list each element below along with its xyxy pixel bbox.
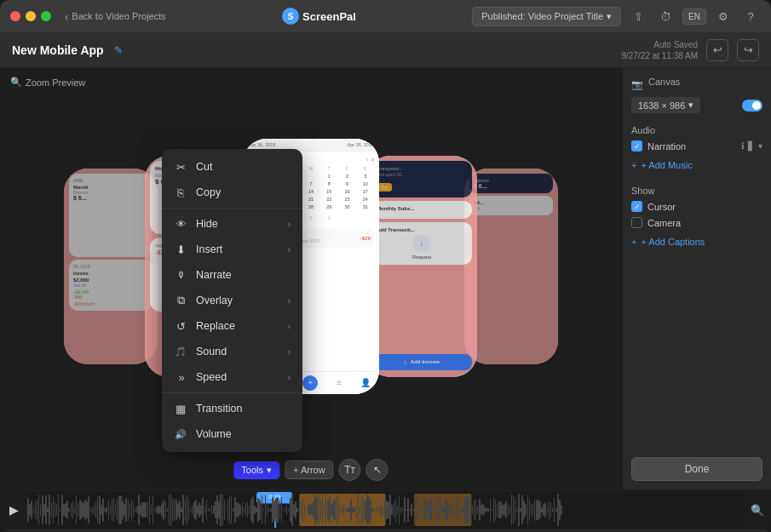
plus-captions-icon: +: [631, 237, 636, 247]
narration-icons: ℹ ▋ ▾: [741, 141, 762, 151]
text-tool-button[interactable]: Tт: [339, 459, 361, 481]
add-music-button[interactable]: + + Add Music: [631, 157, 762, 174]
replace-icon: ↺: [174, 319, 187, 333]
maximize-button[interactable]: [41, 11, 51, 21]
svg-rect-0: [300, 494, 386, 526]
ctx-hide-label: Hide: [196, 218, 279, 230]
help-icon-btn[interactable]: ?: [740, 6, 761, 26]
ctx-replace-label: Replace: [196, 320, 279, 332]
cursor-show-item: ✓ Cursor: [631, 201, 762, 212]
context-menu-transition[interactable]: ▦ Transition: [162, 396, 302, 421]
context-menu-volume[interactable]: 🔊 Volume: [162, 421, 302, 447]
redo-button[interactable]: ↪: [737, 39, 759, 61]
close-button[interactable]: [10, 11, 20, 21]
context-menu-insert[interactable]: ⬇ Insert ›: [162, 237, 302, 262]
ctx-overlay-label: Overlay: [196, 295, 279, 306]
narration-item: ✓ Narration ℹ ▋ ▾: [631, 140, 762, 152]
play-button[interactable]: ▶: [3, 500, 24, 520]
phones-container: VISA Mandi Balance $ 6... 26, 2019 Incom…: [0, 85, 622, 447]
zoom-text: Zoom Preview: [26, 77, 85, 88]
lang-label: EN: [688, 12, 700, 21]
context-menu-overlay[interactable]: ⧉ Overlay ›: [162, 288, 302, 313]
traffic-lights: [10, 11, 51, 21]
replace-arrow-icon: ›: [288, 322, 291, 331]
cursor-tool-icon: ↖: [373, 464, 382, 476]
back-label: Back to Video Projects: [72, 11, 165, 21]
ctx-transition-label: Transition: [196, 403, 291, 415]
context-menu-sound[interactable]: 🎵 Sound ›: [162, 339, 302, 364]
canvas-size-value[interactable]: 1638 × 986 ▾: [631, 97, 700, 113]
canvas-title: Canvas: [648, 77, 680, 87]
phone-screen-far-right: Balance $ 6... $ 6... $24...: [464, 169, 558, 364]
camera-checkbox[interactable]: [631, 217, 642, 228]
canvas-size-text: 1638 × 986: [638, 100, 685, 111]
done-label: Done: [685, 463, 710, 475]
narration-label: Narration: [647, 141, 686, 152]
cut-icon: ✂: [174, 160, 187, 174]
full-timeline: ▶ // This won't render in SVG — using in…: [0, 489, 771, 532]
narrate-icon: 🎙: [174, 268, 187, 282]
overlay-icon: ⧉: [174, 294, 187, 307]
phone-far-left: VISA Mandi Balance $ 6... 26, 2019 Incom…: [64, 169, 158, 364]
undo-button[interactable]: ↩: [706, 39, 728, 61]
timeline-search-button[interactable]: 🔍: [747, 500, 768, 520]
publish-button[interactable]: Published: Video Project Title ▾: [472, 7, 621, 26]
add-captions-button[interactable]: + + Add Captions: [631, 233, 762, 250]
context-menu-hide[interactable]: 👁 Hide ›: [162, 211, 302, 237]
cursor-tool-button[interactable]: ↖: [366, 459, 388, 481]
context-menu-cut[interactable]: ✂ Cut: [162, 154, 302, 180]
transition-icon: ▦: [174, 402, 187, 415]
language-button[interactable]: EN: [682, 9, 706, 25]
zoom-icon: 🔍: [10, 77, 22, 88]
minimize-button[interactable]: [26, 11, 36, 21]
back-to-projects[interactable]: ‹ Back to Video Projects: [65, 10, 166, 23]
cursor-show-label: Cursor: [647, 202, 676, 212]
tools-chevron-icon: ▾: [267, 465, 272, 476]
context-menu-speed[interactable]: » Speed ›: [162, 364, 302, 390]
right-panel: 📷 Canvas 1638 × 986 ▾: [622, 68, 771, 489]
hide-arrow-icon: ›: [288, 220, 291, 229]
context-menu-copy[interactable]: ⎘ Copy: [162, 180, 302, 205]
svg-text:0:19: 0:19: [268, 494, 280, 500]
copy-icon: ⎘: [174, 186, 187, 199]
text-tool-label: Tт: [344, 464, 355, 476]
screenpal-logo: S ScreenPal: [282, 8, 356, 25]
ctx-separator-2: [162, 392, 302, 393]
share-icon-btn[interactable]: ⇧: [628, 6, 648, 26]
chevron-down-icon: ▾: [607, 11, 612, 22]
canvas-toggle[interactable]: [742, 100, 762, 112]
info-icon: ℹ: [741, 141, 745, 151]
settings-icon-btn[interactable]: ⚙: [713, 6, 734, 26]
auto-saved-time: 9/27/22 at 11:38 AM: [621, 50, 698, 61]
phone-right: Transporta... And spent $2... Go! Monthl…: [366, 156, 477, 377]
project-title: New Mobile App: [12, 43, 104, 57]
svg-rect-1: [414, 494, 471, 526]
add-arrow-button[interactable]: + Arrow: [285, 460, 334, 479]
publish-label: Published: Video Project Title: [481, 11, 603, 21]
auto-saved-label: Auto Saved: [621, 39, 698, 50]
app-name: ScreenPal: [302, 10, 356, 23]
hide-icon: 👁: [174, 217, 187, 231]
context-menu-narrate[interactable]: 🎙 Narrate: [162, 262, 302, 288]
cursor-checkbox[interactable]: ✓: [631, 201, 642, 212]
context-menu-replace[interactable]: ↺ Replace ›: [162, 313, 302, 339]
plus-music-icon: +: [631, 160, 636, 170]
phone-screen-right: Transporta... And spent $2... Go! Monthl…: [366, 156, 477, 377]
edit-title-icon[interactable]: ✎: [114, 44, 123, 56]
speed-arrow-icon: ›: [288, 373, 291, 382]
done-button[interactable]: Done: [631, 457, 762, 481]
ctx-sound-label: Sound: [196, 346, 279, 358]
ctx-speed-label: Speed: [196, 371, 279, 383]
editor-area: 🔍 Zoom Preview VISA Mandi Balance $ 6...: [0, 68, 622, 489]
insert-icon: ⬇: [174, 243, 187, 256]
narration-checkbox[interactable]: ✓: [631, 140, 642, 152]
add-captions-label: + Add Captions: [641, 237, 705, 247]
volume-icon: 🔊: [174, 427, 187, 441]
ctx-copy-label: Copy: [196, 186, 291, 198]
right-panel-sections: 📷 Canvas 1638 × 986 ▾: [631, 77, 762, 457]
tools-button[interactable]: Tools ▾: [233, 461, 279, 479]
canvas-size-chevron: ▾: [688, 100, 693, 111]
timer-icon-btn[interactable]: ⏱: [655, 6, 676, 26]
arrow-label: + Arrow: [293, 465, 325, 475]
ctx-narrate-label: Narrate: [196, 269, 291, 281]
